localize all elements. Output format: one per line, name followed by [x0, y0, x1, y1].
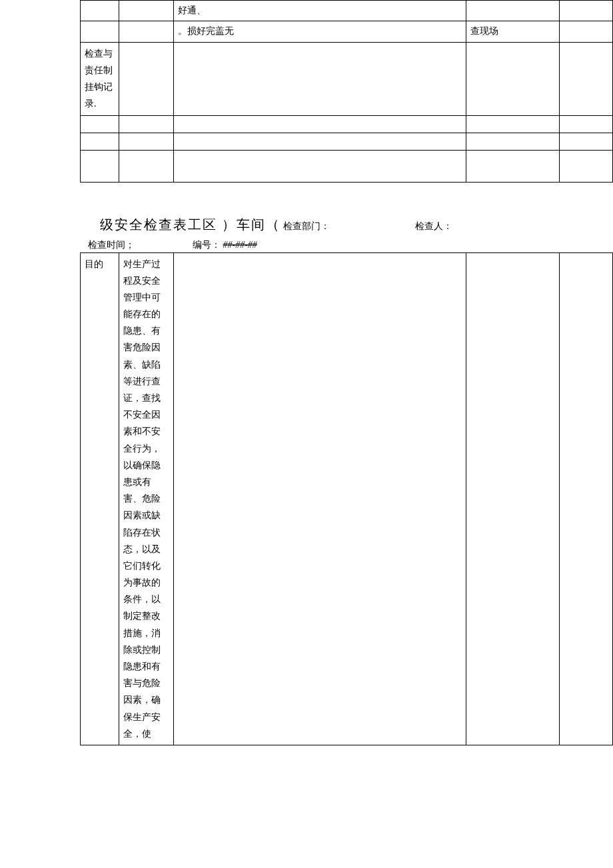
form-subheader-line: 检查时间； 编号： ##-##-## [88, 239, 613, 251]
dept-label: 检查部门： [283, 221, 330, 231]
cell [119, 42, 174, 115]
form-title: 级安全检查表工区 ）车间（ [100, 217, 281, 232]
cell [466, 42, 560, 115]
cell: 好通、 [174, 1, 466, 21]
document-no-label: 编号： [193, 240, 221, 250]
cell [174, 42, 466, 115]
cell [81, 21, 119, 42]
cell [560, 115, 613, 133]
person-label: 检查人： [415, 221, 452, 231]
table-row: 检查与责任制挂钩记录. [81, 42, 613, 115]
cell [174, 133, 466, 150]
cell [81, 150, 119, 182]
cell-label: 检查与责任制挂钩记录. [81, 42, 119, 115]
cell [466, 133, 560, 150]
purpose-text-cell: 对生产过程及安全管理中可能存在的隐患、有害危险因素、缺陷等进行查证，查找不安全因… [119, 252, 174, 745]
lower-table: 目的 对生产过程及安全管理中可能存在的隐患、有害危险因素、缺陷等进行查证，查找不… [80, 252, 613, 745]
table-row [81, 115, 613, 133]
table-row: 好通、 [81, 1, 613, 21]
cell [81, 133, 119, 150]
table-row: 。损好完盖无 查现场 [81, 21, 613, 42]
cell [174, 115, 466, 133]
cell [174, 150, 466, 182]
cell [119, 150, 174, 182]
document-no-value: ##-##-## [223, 240, 257, 250]
cell [119, 21, 174, 42]
cell [560, 133, 613, 150]
cell [466, 150, 560, 182]
cell [81, 115, 119, 133]
cell: 查现场 [466, 21, 560, 42]
upper-table: 好通、 。损好完盖无 查现场 检查与责任制挂钩记录. [80, 0, 613, 183]
cell [560, 252, 613, 745]
time-label: 检查时间； [88, 240, 135, 250]
cell [560, 21, 613, 42]
cell [560, 150, 613, 182]
cell [560, 1, 613, 21]
cell [466, 115, 560, 133]
cell [119, 133, 174, 150]
form-header-section: 级安全检查表工区 ）车间（ 检查部门： 检查人： 检查时间； 编号： ##-##… [80, 216, 613, 745]
cell [560, 42, 613, 115]
upper-table-section: 好通、 。损好完盖无 查现场 检查与责任制挂钩记录. [80, 0, 613, 183]
cell: 。损好完盖无 [174, 21, 466, 42]
purpose-label-cell: 目的 [81, 252, 119, 745]
form-title-line: 级安全检查表工区 ）车间（ 检查部门： 检查人： [100, 216, 613, 234]
cell [119, 115, 174, 133]
cell [119, 1, 174, 21]
cell [81, 1, 119, 21]
table-row [81, 133, 613, 150]
cell [466, 252, 560, 745]
cell [174, 252, 466, 745]
table-row [81, 150, 613, 182]
cell [466, 1, 560, 21]
table-row: 目的 对生产过程及安全管理中可能存在的隐患、有害危险因素、缺陷等进行查证，查找不… [81, 252, 613, 745]
